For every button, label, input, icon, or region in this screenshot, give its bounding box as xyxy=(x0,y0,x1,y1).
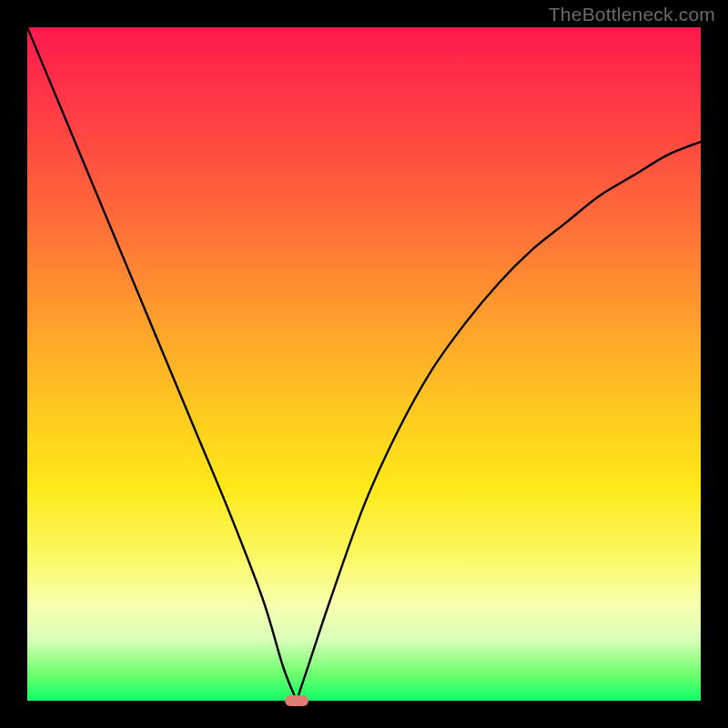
watermark-text: TheBottleneck.com xyxy=(549,4,715,25)
min-marker xyxy=(285,695,308,706)
curve-path xyxy=(27,27,701,701)
chart-frame: TheBottleneck.com xyxy=(0,0,728,728)
curve-svg xyxy=(27,27,701,701)
plot-area xyxy=(27,27,701,701)
